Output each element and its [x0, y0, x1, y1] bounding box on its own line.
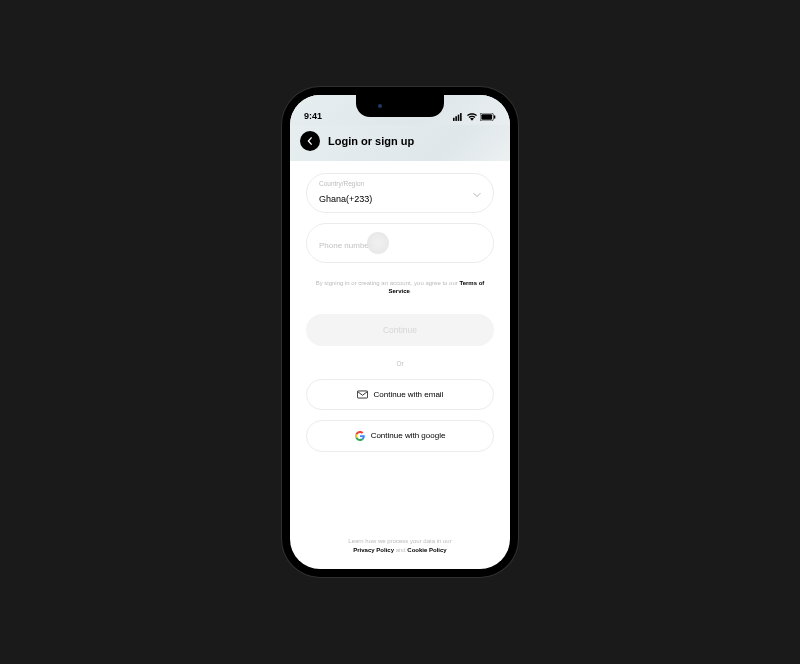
svg-rect-6 [494, 115, 495, 118]
touch-indicator [367, 232, 389, 254]
content: Country/Region Ghana(+233) Phone number … [290, 161, 510, 569]
tos-text: By signing in or creating an account, yo… [306, 279, 494, 296]
svg-rect-3 [460, 113, 462, 121]
country-label: Country/Region [319, 180, 481, 187]
chevron-down-icon [473, 184, 481, 202]
status-right [453, 113, 496, 121]
continue-email-label: Continue with email [374, 390, 444, 399]
country-select[interactable]: Country/Region Ghana(+233) [306, 173, 494, 213]
footer-pre: Learn how we process your data in our [306, 537, 494, 546]
wifi-icon [467, 113, 477, 121]
signal-icon [453, 113, 464, 121]
phone-input[interactable]: Phone number [306, 223, 494, 263]
phone-screen: 9:41 Login or sign up Country/Region Gha… [290, 95, 510, 569]
tos-suffix: . [410, 288, 412, 294]
continue-google-label: Continue with google [371, 431, 446, 440]
continue-button[interactable]: Continue [306, 314, 494, 346]
country-value: Ghana(+233) [319, 194, 372, 204]
privacy-link[interactable]: Privacy Policy [353, 547, 394, 553]
chevron-left-icon [306, 137, 314, 145]
back-button[interactable] [300, 131, 320, 151]
notch [356, 95, 444, 117]
continue-email-button[interactable]: Continue with email [306, 379, 494, 410]
svg-rect-5 [481, 114, 492, 119]
page-title: Login or sign up [328, 135, 414, 147]
camera-dot [378, 104, 382, 108]
phone-frame: 9:41 Login or sign up Country/Region Gha… [282, 87, 518, 577]
footer-legal: Learn how we process your data in our Pr… [306, 537, 494, 569]
google-icon [355, 431, 365, 441]
phone-placeholder: Phone number [319, 241, 371, 250]
or-divider: Or [306, 360, 494, 367]
cookie-link[interactable]: Cookie Policy [407, 547, 446, 553]
tos-pre: By signing in or creating an account, yo… [316, 280, 460, 286]
continue-google-button[interactable]: Continue with google [306, 420, 494, 452]
svg-rect-1 [455, 116, 457, 121]
svg-rect-7 [357, 391, 367, 398]
clock: 9:41 [304, 111, 322, 121]
header: Login or sign up [290, 125, 510, 161]
battery-icon [480, 113, 496, 121]
footer-and: and [394, 547, 407, 553]
svg-rect-0 [453, 118, 455, 121]
email-icon [357, 390, 368, 399]
svg-rect-2 [458, 115, 460, 121]
